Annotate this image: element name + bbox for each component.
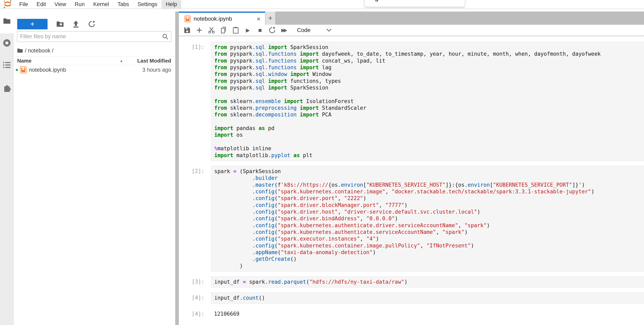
code-cell: [1]:from pyspark.sql import SparkSession…	[179, 42, 644, 161]
home-folder-icon	[17, 48, 23, 53]
extensions-icon	[3, 83, 11, 92]
notebook-cells: [1]:from pyspark.sql import SparkSession…	[179, 37, 644, 325]
run-icon: ▶	[246, 27, 250, 34]
restart-kernel-button[interactable]	[268, 26, 277, 35]
file-filter-box	[17, 31, 171, 42]
refresh-button[interactable]	[88, 20, 95, 28]
code-cell: [2]:spark = (SparkSession .builder .mast…	[179, 166, 644, 271]
restart-run-all-icon: ▶▶	[281, 27, 286, 33]
file-name: notebook.ipynb	[29, 67, 66, 73]
folder-icon	[3, 18, 11, 24]
jupyterlab-app: File Edit View Run Kernel Tabs Settings …	[0, 0, 644, 325]
github-popup: github.com	[364, 0, 465, 7]
notebook-file-icon	[184, 15, 190, 23]
input-prompt: [2]:	[179, 166, 211, 271]
cell-editor[interactable]: input_df = spark.read.parquet("hdfs://hd…	[211, 276, 644, 287]
menu-kernel[interactable]: Kernel	[89, 0, 113, 9]
tab-close-icon[interactable]: ×	[256, 16, 260, 22]
file-row-notebook[interactable]: notebook.ipynb 3 hours ago	[14, 65, 175, 74]
menu-bar: File Edit View Run Kernel Tabs Settings …	[0, 0, 644, 9]
sidebar-tab-running-sessions[interactable]	[0, 39, 14, 47]
copy-cells-button[interactable]	[219, 26, 228, 35]
code-cell: [4]:input_df.count()	[179, 292, 644, 303]
panel-splitter[interactable]	[175, 12, 179, 325]
save-button[interactable]	[182, 26, 192, 35]
new-folder-button[interactable]	[56, 20, 64, 28]
menu-edit[interactable]: Edit	[32, 0, 50, 9]
search-icon	[162, 34, 168, 40]
interrupt-kernel-button[interactable]: ■	[255, 26, 265, 35]
output-prompt: [4]:	[179, 308, 211, 319]
new-tab-button[interactable]: +	[266, 12, 275, 25]
kernel-running-dot	[16, 69, 18, 71]
menu-view[interactable]: View	[50, 0, 70, 9]
sidebar-tab-file-browser[interactable]	[0, 18, 14, 24]
menu-file[interactable]: File	[15, 0, 32, 9]
chevron-down-icon	[326, 29, 332, 32]
cell-editor[interactable]: spark = (SparkSession .builder .master(f…	[211, 166, 644, 271]
tab-notebook-ipynb[interactable]: notebook.ipynb ×	[179, 12, 265, 25]
cell-type-value: Code	[297, 27, 310, 34]
run-cell-button[interactable]: ▶	[243, 26, 252, 35]
file-filter-input[interactable]	[20, 34, 162, 40]
file-browser-panel: +	[14, 9, 175, 325]
sidebar-tab-strip	[0, 9, 14, 325]
cut-cells-button[interactable]	[207, 26, 216, 35]
sidebar-tab-extensions[interactable]	[0, 83, 14, 92]
github-popup-text: github.com	[375, 0, 408, 2]
new-folder-icon	[56, 21, 64, 27]
cell-editor[interactable]: from pyspark.sql import SparkSessionfrom…	[211, 42, 644, 161]
add-cell-button[interactable]	[195, 26, 204, 35]
add-cell-icon	[196, 27, 202, 33]
paste-icon	[233, 27, 239, 34]
input-prompt: [1]:	[179, 42, 211, 161]
menu-tabs[interactable]: Tabs	[113, 0, 133, 9]
running-sessions-icon	[3, 39, 11, 47]
upload-button[interactable]	[73, 20, 79, 28]
restart-run-all-button[interactable]: ▶▶	[280, 26, 289, 35]
file-browser-toolbar: +	[14, 19, 175, 30]
menu-run[interactable]: Run	[70, 0, 89, 9]
copy-icon	[220, 27, 227, 34]
upload-icon	[73, 21, 79, 28]
jupyter-logo-icon	[3, 0, 12, 9]
sort-ascending-icon: ▲	[120, 59, 123, 63]
main-dock: notebook.ipynb × +	[179, 9, 644, 325]
save-icon	[184, 27, 190, 34]
column-header-name[interactable]: Name ▲	[14, 57, 127, 65]
notebook-file-icon	[20, 66, 26, 74]
menu-help[interactable]: Help	[162, 0, 181, 9]
breadcrumb-path: / notebook /	[25, 48, 54, 54]
file-list-header: Name ▲ Last Modified	[14, 57, 175, 65]
cell-editor[interactable]: input_df.count()	[211, 292, 644, 303]
refresh-icon	[88, 21, 95, 28]
cut-icon	[208, 27, 215, 34]
menu-settings[interactable]: Settings	[133, 0, 162, 9]
notebook-toolbar: ▶ ■ ▶▶ Code	[179, 25, 644, 36]
breadcrumb[interactable]: / notebook /	[17, 47, 54, 54]
sidebar-tab-table-of-contents[interactable]	[0, 62, 14, 69]
tab-title: notebook.ipynb	[194, 16, 232, 22]
column-header-last-modified[interactable]: Last Modified	[127, 57, 175, 65]
cell-output-area: 12106669	[211, 308, 644, 319]
dock-tab-bar: notebook.ipynb × +	[179, 12, 644, 25]
stop-icon: ■	[258, 27, 262, 34]
paste-cells-button[interactable]	[231, 26, 240, 35]
output-cell: [4]:12106669	[179, 308, 644, 319]
file-modified: 3 hours ago	[142, 67, 175, 73]
input-prompt: [4]:	[179, 292, 211, 303]
table-of-contents-icon	[3, 62, 11, 69]
input-prompt: [3]:	[179, 276, 211, 287]
cell-type-dropdown[interactable]: Code	[297, 27, 332, 34]
code-cell: [3]:input_df = spark.read.parquet("hdfs:…	[179, 276, 644, 287]
restart-kernel-icon	[269, 27, 276, 34]
new-launcher-button[interactable]: +	[17, 19, 48, 29]
